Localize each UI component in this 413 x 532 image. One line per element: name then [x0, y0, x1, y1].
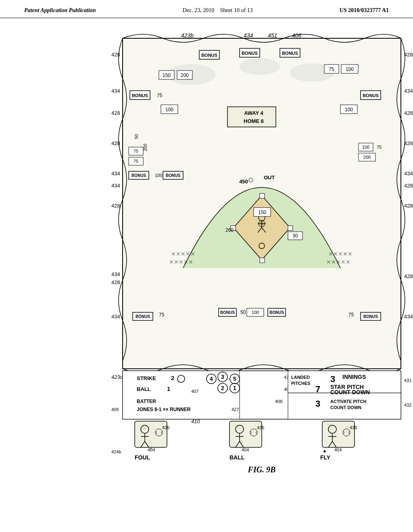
svg-text:BONUS: BONUS: [363, 93, 379, 98]
svg-text:427: 427: [232, 407, 239, 412]
svg-text:424b: 424b: [111, 449, 121, 454]
svg-text:50: 50: [134, 134, 139, 139]
svg-text:100: 100: [362, 145, 369, 150]
svg-text:434: 434: [404, 88, 413, 94]
svg-text:ACTIVATE PITCH: ACTIVATE PITCH: [330, 399, 366, 404]
header-date: Dec. 23, 2010: [183, 7, 215, 13]
svg-text:409: 409: [111, 407, 119, 412]
svg-text:FLY: FLY: [320, 454, 331, 461]
svg-text:434: 434: [111, 271, 120, 277]
svg-text:4: 4: [210, 376, 213, 382]
svg-text:1: 1: [167, 385, 170, 392]
svg-text:BONUS: BONUS: [269, 310, 284, 315]
svg-text:BONUS: BONUS: [201, 53, 217, 58]
svg-text:AWAY 4: AWAY 4: [244, 110, 263, 116]
svg-text:423b: 423b: [181, 32, 194, 39]
svg-rect-6: [260, 193, 265, 198]
svg-text:406: 406: [292, 32, 302, 39]
svg-text:450: 450: [239, 179, 248, 185]
svg-text:BALL: BALL: [229, 454, 245, 461]
svg-text:2: 2: [171, 374, 174, 381]
svg-text:30: 30: [292, 233, 298, 239]
svg-text:428: 428: [404, 140, 413, 146]
figure-label: FIG. 9B: [111, 465, 413, 474]
svg-text:BATTER: BATTER: [137, 399, 156, 404]
page-container: Patent Application Publication Dec. 23, …: [0, 0, 413, 532]
svg-text:428: 428: [404, 203, 413, 209]
svg-text:428: 428: [111, 140, 120, 146]
svg-text:75: 75: [329, 66, 334, 72]
svg-text:FOUL: FOUL: [135, 454, 150, 461]
svg-text:3: 3: [330, 374, 335, 384]
svg-rect-7: [288, 226, 293, 231]
svg-text:435: 435: [257, 425, 264, 430]
svg-text:434: 434: [111, 170, 120, 177]
svg-text:434: 434: [111, 88, 120, 94]
svg-text:5: 5: [233, 376, 236, 382]
svg-text:435: 435: [162, 425, 169, 430]
svg-text:434: 434: [404, 170, 413, 177]
svg-text:3: 3: [315, 399, 320, 409]
svg-text:428: 428: [111, 52, 120, 58]
svg-text:431: 431: [404, 378, 411, 383]
svg-text:✦: ✦: [322, 448, 327, 455]
svg-text:100: 100: [346, 66, 354, 72]
svg-text:BONUS: BONUS: [166, 173, 180, 178]
svg-text:75: 75: [133, 149, 138, 154]
svg-text:434: 434: [244, 32, 253, 39]
svg-text:BONUS: BONUS: [282, 51, 298, 56]
svg-text:200: 200: [143, 144, 148, 151]
patent-drawing: AWAY 4 HOME 6 450 OUT 150 200 BONUS BONU…: [111, 26, 413, 461]
svg-text:423c: 423c: [111, 374, 123, 380]
svg-text:432: 432: [404, 403, 411, 407]
svg-text:BONUS: BONUS: [131, 173, 146, 178]
svg-text:428: 428: [111, 110, 120, 116]
svg-text:75: 75: [159, 312, 165, 318]
svg-text:75: 75: [348, 312, 354, 318]
svg-text:✕✕✕✕✕: ✕✕✕✕✕: [328, 251, 353, 257]
svg-text:100: 100: [345, 107, 353, 112]
header-publication-label: Patent Application Publication: [24, 7, 96, 14]
svg-text:428: 428: [404, 183, 413, 189]
svg-text:428: 428: [404, 273, 413, 279]
header-sheet: Sheet 10 of 13: [220, 7, 252, 13]
svg-text:100: 100: [165, 107, 173, 112]
svg-text:428: 428: [111, 203, 120, 209]
svg-point-2: [240, 58, 280, 75]
svg-text:JONES 8-1 ×× RUNNER: JONES 8-1 ×× RUNNER: [137, 407, 191, 412]
svg-text:✕✕✕✕✕: ✕✕✕✕✕: [169, 259, 193, 265]
svg-text:150: 150: [163, 73, 171, 78]
svg-text:INNINGS: INNINGS: [342, 374, 366, 380]
svg-text:OUT: OUT: [320, 460, 332, 461]
svg-text:OUT: OUT: [264, 175, 275, 181]
svg-text:404: 404: [334, 447, 342, 452]
svg-text:407: 407: [191, 389, 198, 394]
svg-text:428: 428: [111, 279, 120, 285]
svg-text:BONUS: BONUS: [363, 314, 378, 319]
svg-text:434: 434: [111, 183, 120, 189]
svg-text:STRIKE: STRIKE: [137, 375, 156, 381]
svg-text:428: 428: [404, 110, 413, 116]
page-header: Patent Application Publication Dec. 23, …: [0, 0, 413, 18]
svg-text:150: 150: [258, 210, 266, 215]
svg-text:451: 451: [268, 32, 277, 39]
svg-text:100: 100: [252, 310, 259, 315]
svg-text:428: 428: [404, 52, 413, 58]
svg-text:7: 7: [315, 384, 320, 394]
svg-text:HOME 6: HOME 6: [244, 118, 264, 124]
svg-text:PITCHES: PITCHES: [291, 381, 311, 386]
svg-text:✕✕✕✕✕: ✕✕✕✕✕: [171, 251, 195, 257]
header-date-sheet: Dec. 23, 2010 Sheet 10 of 13: [183, 7, 253, 14]
svg-text:75: 75: [377, 145, 382, 150]
svg-text:75: 75: [133, 159, 138, 164]
svg-text:200: 200: [363, 155, 371, 160]
svg-text:100: 100: [155, 173, 162, 178]
svg-text:✕✕✕✕✕: ✕✕✕✕✕: [326, 259, 350, 265]
svg-text:BALL: BALL: [137, 386, 151, 392]
svg-text:3: 3: [221, 374, 224, 380]
header-patent-number: US 2010/0323777 A1: [340, 7, 389, 14]
svg-text:260: 260: [225, 227, 234, 233]
svg-text:COUNT DOWN: COUNT DOWN: [330, 389, 370, 395]
svg-text:75: 75: [157, 93, 163, 98]
svg-rect-8: [260, 258, 265, 263]
